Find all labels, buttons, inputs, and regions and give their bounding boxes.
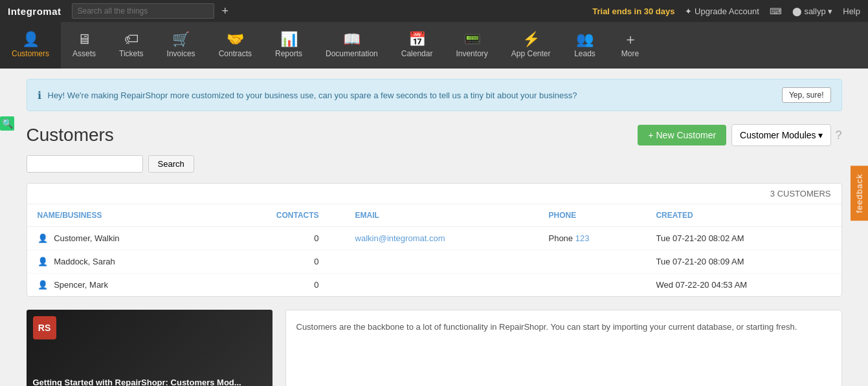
customer-contacts: 0 <box>207 250 345 273</box>
customers-count: 3 CUSTOMERS <box>27 184 841 204</box>
search-input[interactable] <box>27 155 143 173</box>
customer-modules-button[interactable]: Customer Modules ▾ <box>731 124 831 146</box>
customer-name: 👤 Customer, Walkin <box>27 227 207 250</box>
table-row[interactable]: 👤 Customer, Walkin 0 walkin@integromat.c… <box>27 227 841 250</box>
nav-appcenter[interactable]: ⚡ App Center <box>500 22 562 69</box>
customers-table-wrapper: 3 CUSTOMERS NAME/BUSINESS CONTACTS EMAIL… <box>27 183 842 297</box>
customer-created: Wed 07-22-20 04:53 AM <box>645 273 841 297</box>
bottom-section: RS Getting Started with RepairShopr: Cus… <box>27 310 842 386</box>
assets-icon: 🖥 <box>77 32 91 47</box>
info-banner: ℹ Hey! We're making RepairShopr more cus… <box>27 79 842 111</box>
nav-calendar-label: Calendar <box>401 49 433 58</box>
table-row[interactable]: 👤 Spencer, Mark 0 Wed 07-22-20 04:53 AM <box>27 273 841 297</box>
col-phone[interactable]: PHONE <box>538 204 645 227</box>
video-title: Getting Started with RepairShopr: Custom… <box>33 378 266 386</box>
info-text-card: Customers are the backbone to a lot of f… <box>285 310 842 386</box>
new-customer-button[interactable]: + New Customer <box>638 125 726 145</box>
tickets-icon: 🏷 <box>124 32 139 47</box>
search-button[interactable]: Search <box>148 155 194 173</box>
search-row: Search <box>27 155 842 173</box>
page-title: Customers <box>27 125 638 145</box>
customer-email <box>345 273 539 297</box>
person-icon: 👤 <box>38 280 48 290</box>
nav-customers[interactable]: 👤 Customers <box>0 22 61 69</box>
inventory-icon: 📟 <box>463 32 481 47</box>
customer-phone: Phone 123 <box>538 227 645 250</box>
nav-bar: 👤 Customers 🖥 Assets 🏷 Tickets 🛒 Invoice… <box>0 22 868 69</box>
customer-name: 👤 Spencer, Mark <box>27 273 207 297</box>
nav-assets-label: Assets <box>72 49 96 58</box>
info-icon: ℹ <box>38 89 41 102</box>
banner-text: Hey! We're making RepairShopr more custo… <box>48 91 775 100</box>
customer-email: walkin@integromat.com <box>345 227 539 250</box>
logo: Integromat <box>8 6 61 17</box>
nav-invoices-label: Invoices <box>167 49 195 58</box>
person-icon: 👤 <box>38 233 48 243</box>
nav-inventory-label: Inventory <box>456 49 487 58</box>
nav-assets[interactable]: 🖥 Assets <box>61 22 107 69</box>
help-icon[interactable]: ? <box>835 129 841 142</box>
nav-more[interactable]: ＋ More <box>608 22 653 69</box>
video-logo-badge: RS <box>33 316 56 339</box>
customer-name: 👤 Maddock, Sarah <box>27 250 207 273</box>
leads-icon: 👥 <box>576 32 594 47</box>
customer-phone <box>538 273 645 297</box>
top-bar: Integromat + Trial ends in 30 days ✦ Upg… <box>0 0 868 22</box>
col-created[interactable]: CREATED <box>645 204 841 227</box>
nav-inventory[interactable]: 📟 Inventory <box>444 22 499 69</box>
appcenter-icon: ⚡ <box>522 32 540 47</box>
contracts-icon: 🤝 <box>227 32 244 47</box>
customer-contacts: 0 <box>207 227 345 250</box>
documentation-icon: 📖 <box>343 32 361 47</box>
customer-phone <box>538 250 645 273</box>
add-button[interactable]: + <box>219 5 232 18</box>
upgrade-button[interactable]: ✦ Upgrade Account <box>685 6 759 16</box>
table-row[interactable]: 👤 Maddock, Sarah 0 Tue 07-21-20 08:09 AM <box>27 250 841 273</box>
nav-tickets[interactable]: 🏷 Tickets <box>107 22 155 69</box>
nav-documentation-label: Documentation <box>326 49 378 58</box>
global-search-input[interactable] <box>72 3 214 19</box>
feedback-tab[interactable]: feedback <box>851 166 868 220</box>
col-email[interactable]: EMAIL <box>345 204 539 227</box>
customers-icon: 👤 <box>22 32 39 47</box>
nav-invoices[interactable]: 🛒 Invoices <box>155 22 207 69</box>
info-text: Customers are the backbone to a lot of f… <box>296 321 831 334</box>
search-icon[interactable]: 🔍 <box>0 116 14 131</box>
customer-created: Tue 07-21-20 08:09 AM <box>645 250 841 273</box>
invoices-icon: 🛒 <box>172 32 190 47</box>
top-bar-right: Trial ends in 30 days ✦ Upgrade Account … <box>592 6 860 16</box>
customer-email <box>345 250 539 273</box>
video-card: RS Getting Started with RepairShopr: Cus… <box>27 310 273 386</box>
nav-documentation[interactable]: 📖 Documentation <box>314 22 390 69</box>
nav-customers-label: Customers <box>12 49 49 58</box>
banner-yep-button[interactable]: Yep, sure! <box>782 87 831 103</box>
nav-tickets-label: Tickets <box>119 49 144 58</box>
nav-more-label: More <box>621 49 639 58</box>
customer-contacts: 0 <box>207 273 345 297</box>
nav-contracts[interactable]: 🤝 Contracts <box>207 22 263 69</box>
nav-reports-label: Reports <box>275 49 302 58</box>
user-menu[interactable]: ⬤ sallyp ▾ <box>792 6 832 16</box>
video-thumbnail: RS Getting Started with RepairShopr: Cus… <box>27 310 273 386</box>
nav-leads[interactable]: 👥 Leads <box>562 22 608 69</box>
calendar-icon: 📅 <box>408 32 426 47</box>
nav-reports[interactable]: 📊 Reports <box>263 22 314 69</box>
col-name[interactable]: NAME/BUSINESS <box>27 204 207 227</box>
customers-table: NAME/BUSINESS CONTACTS EMAIL PHONE CREAT… <box>27 204 841 296</box>
reports-icon: 📊 <box>280 32 298 47</box>
phone-link[interactable]: 123 <box>575 233 590 243</box>
left-sidebar: 🔍 <box>0 116 14 131</box>
customers-header: Customers + New Customer Customer Module… <box>27 124 842 146</box>
email-link[interactable]: walkin@integromat.com <box>355 233 445 243</box>
nav-calendar[interactable]: 📅 Calendar <box>390 22 445 69</box>
col-contacts[interactable]: CONTACTS <box>207 204 345 227</box>
keyboard-icon[interactable]: ⌨ <box>770 6 782 16</box>
help-link[interactable]: Help <box>843 6 860 16</box>
nav-contracts-label: Contracts <box>219 49 252 58</box>
nav-appcenter-label: App Center <box>511 49 551 58</box>
nav-leads-label: Leads <box>574 49 595 58</box>
main-content: ℹ Hey! We're making RepairShopr more cus… <box>14 69 855 386</box>
customer-created: Tue 07-21-20 08:02 AM <box>645 227 841 250</box>
more-icon: ＋ <box>623 32 638 47</box>
trial-text: Trial ends in 30 days <box>592 6 674 16</box>
